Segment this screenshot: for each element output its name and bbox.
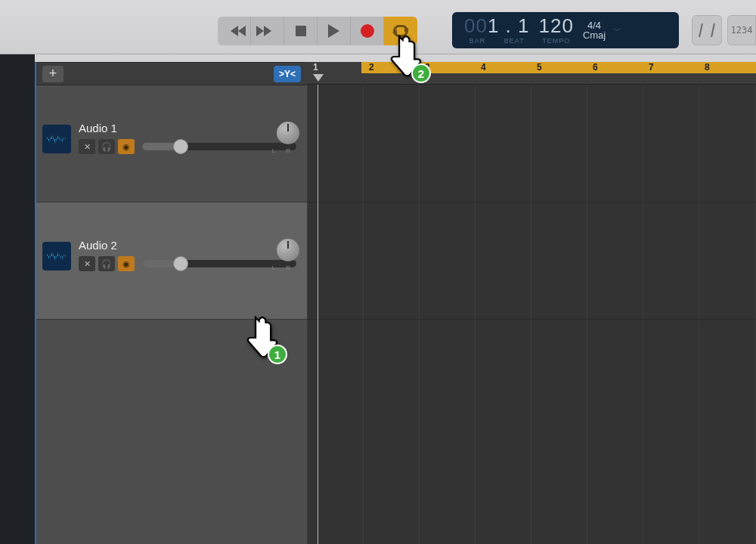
bar-label: BAR <box>469 37 486 45</box>
beat-label: BEAT <box>504 37 525 45</box>
library-sidebar <box>0 54 35 544</box>
bar-leading-zeros: 00 <box>464 14 488 37</box>
toolbar: 001 . 1 BAR BEAT 120 TEMPO 4/4 Cmaj ﹀ 12… <box>0 0 756 54</box>
count-in-icon: 1234 <box>731 25 753 36</box>
play-button[interactable] <box>318 17 351 45</box>
bar-number: 8 <box>705 62 710 73</box>
volume-thumb[interactable] <box>173 139 188 154</box>
track-name[interactable]: Audio 1 <box>79 122 301 134</box>
bar-number: 5 <box>537 62 542 73</box>
track-name[interactable]: Audio 2 <box>79 239 301 252</box>
record-icon <box>361 24 374 38</box>
bar-number: 3 <box>425 62 430 73</box>
arrange-area[interactable]: 1 2 3 4 5 6 7 8 <box>307 62 756 544</box>
bar-number: 2 <box>369 62 374 73</box>
playhead-marker[interactable] <box>313 74 324 82</box>
rewind-button[interactable] <box>218 17 251 45</box>
position-value: 1 . 1 <box>488 14 530 37</box>
mute-button[interactable]: ✕ <box>79 139 95 154</box>
play-icon <box>328 24 339 38</box>
lcd-display[interactable]: 001 . 1 BAR BEAT 120 TEMPO 4/4 Cmaj ﹀ <box>452 12 679 48</box>
solo-button[interactable]: 🎧 <box>98 139 115 154</box>
cycle-icon <box>393 25 408 37</box>
mute-button[interactable]: ✕ <box>79 256 95 271</box>
arrange-grid[interactable] <box>307 85 756 544</box>
waveform-icon <box>47 251 67 261</box>
playhead-line[interactable] <box>318 85 318 544</box>
tuning-fork-icon <box>699 23 715 37</box>
volume-thumb[interactable] <box>173 256 188 271</box>
record-button[interactable] <box>351 17 384 45</box>
pan-knob[interactable] <box>277 239 299 261</box>
track-row[interactable]: Audio 2 ✕ 🎧 ◉ LR <box>36 202 307 320</box>
track-filter-button[interactable]: >Y< <box>274 66 301 82</box>
key-signature[interactable]: Cmaj <box>583 30 606 40</box>
stop-button[interactable] <box>284 17 318 45</box>
bar-number: 1 <box>313 62 318 73</box>
track-list-header: + >Y< <box>36 63 307 85</box>
waveform-icon <box>47 134 67 144</box>
solo-button[interactable]: 🎧 <box>98 256 115 271</box>
ruler[interactable]: 1 2 3 4 5 6 7 8 <box>307 62 756 85</box>
bar-number: 7 <box>649 62 654 73</box>
stop-icon <box>296 26 306 36</box>
transport-controls <box>218 17 417 45</box>
fast-forward-icon <box>264 26 271 36</box>
rewind-icon <box>231 26 238 36</box>
track-type-icon <box>42 125 71 153</box>
pan-labels: LR <box>272 264 301 271</box>
add-track-button[interactable]: + <box>42 66 64 82</box>
pan-labels: LR <box>272 147 301 154</box>
tempo-value[interactable]: 120 <box>539 16 574 36</box>
tempo-label: TEMPO <box>539 37 574 45</box>
count-in-button[interactable]: 1234 <box>727 15 756 45</box>
pan-knob[interactable] <box>277 122 299 144</box>
filter-icon: >Y< <box>279 69 296 79</box>
input-monitor-button[interactable]: ◉ <box>118 256 135 271</box>
input-monitor-button[interactable]: ◉ <box>118 139 135 154</box>
lcd-menu-chevron-icon[interactable]: ﹀ <box>610 25 621 36</box>
cycle-region[interactable]: 2 3 4 5 6 7 8 <box>361 62 756 73</box>
bar-number: 6 <box>593 62 598 73</box>
track-row[interactable]: Audio 1 ✕ 🎧 ◉ LR <box>36 85 307 202</box>
track-type-icon <box>42 242 71 270</box>
forward-button[interactable] <box>251 17 284 45</box>
bar-number: 4 <box>481 62 486 73</box>
cycle-button[interactable] <box>384 17 417 45</box>
tuner-button[interactable] <box>692 15 722 45</box>
track-list-panel: + >Y< Audio 1 ✕ 🎧 ◉ LR Audio 2 ✕ 🎧 ◉ <box>35 62 307 544</box>
